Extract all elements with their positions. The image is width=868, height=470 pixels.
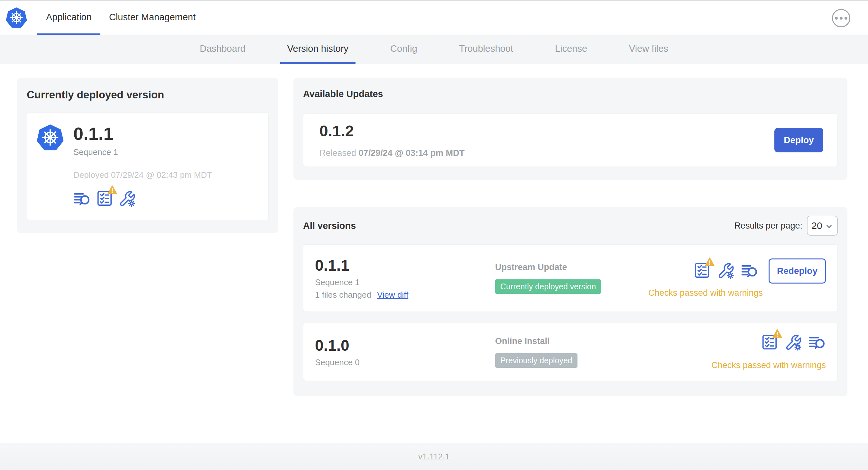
currently-deployed-card: Currently deployed version 0.1.1 Sequenc… — [17, 78, 278, 233]
version-source-label: Online Install — [495, 336, 711, 346]
released-label: Released — [319, 148, 356, 158]
files-changed-label: 1 files changed — [315, 290, 371, 300]
kubernetes-logo — [6, 7, 27, 29]
ellipsis-icon — [840, 17, 843, 20]
deployed-version-number: 0.1.1 — [73, 125, 212, 143]
all-versions-card: All versions Results per page: 20 0.1.1 … — [293, 207, 847, 396]
row-sequence: Sequence 0 — [315, 358, 495, 367]
warning-icon — [705, 257, 715, 267]
view-diff-link[interactable]: View diff — [377, 290, 408, 300]
row-version-number: 0.1.1 — [315, 257, 495, 274]
tab-dashboard[interactable]: Dashboard — [193, 35, 253, 64]
config-icon[interactable] — [717, 262, 735, 280]
update-version-number: 0.1.2 — [319, 122, 465, 140]
diff-icon[interactable] — [73, 190, 91, 208]
warning-icon — [772, 329, 782, 339]
deployed-sequence: Sequence 1 — [73, 147, 212, 157]
version-source-label: Upstream Update — [495, 262, 648, 272]
tab-license[interactable]: License — [548, 35, 594, 64]
deployed-version-actions — [73, 190, 212, 208]
deploy-button[interactable]: Deploy — [774, 128, 823, 153]
app-footer: v1.112.1 — [0, 443, 868, 470]
tab-config[interactable]: Config — [383, 35, 424, 64]
all-versions-title: All versions — [303, 221, 356, 231]
header-tabs: Application Cluster Management — [37, 1, 204, 35]
diff-icon[interactable] — [808, 334, 826, 351]
chevron-down-icon — [825, 222, 833, 231]
app-header: Application Cluster Management — [0, 1, 868, 35]
ellipsis-menu-button[interactable] — [832, 9, 850, 27]
warning-icon — [107, 185, 117, 195]
released-date: 07/29/24 @ 03:14 pm MDT — [359, 148, 465, 158]
status-badge: Previously deployed — [495, 353, 578, 368]
tab-application[interactable]: Application — [37, 1, 100, 35]
ellipsis-icon — [835, 17, 838, 20]
redeploy-button[interactable]: Redeploy — [769, 259, 826, 283]
update-row: 0.1.2 Released 07/29/24 @ 03:14 pm MDT D… — [303, 113, 838, 167]
tab-troubleshoot[interactable]: Troubleshoot — [452, 35, 520, 64]
checks-status-link[interactable]: Checks passed with warnings — [711, 360, 826, 370]
row-version-number: 0.1.0 — [315, 337, 495, 354]
available-updates-title: Available Updates — [303, 89, 838, 99]
results-per-page: Results per page: 20 — [734, 216, 838, 236]
ellipsis-icon — [844, 17, 847, 20]
version-row: 0.1.0 Sequence 0 Online Install Previous… — [303, 323, 838, 381]
currently-deployed-title: Currently deployed version — [27, 89, 269, 101]
preflight-checks-button[interactable] — [693, 262, 711, 280]
kubernetes-logo — [37, 125, 64, 152]
update-released-timestamp: Released 07/29/24 @ 03:14 pm MDT — [319, 148, 465, 158]
main-content: Currently deployed version 0.1.1 Sequenc… — [0, 64, 868, 443]
all-versions-header: All versions Results per page: 20 — [303, 215, 838, 236]
deployed-version-tile: 0.1.1 Sequence 1 Deployed 07/29/24 @ 02:… — [27, 112, 269, 220]
preflight-checks-button[interactable] — [96, 190, 113, 208]
config-icon[interactable] — [118, 190, 136, 208]
app-subnav: Dashboard Version history Config Trouble… — [0, 35, 868, 64]
deployed-timestamp: Deployed 07/29/24 @ 02:43 pm MDT — [73, 170, 212, 180]
row-sequence: Sequence 1 — [315, 277, 495, 288]
console-version: v1.112.1 — [418, 452, 450, 462]
tab-view-files[interactable]: View files — [622, 35, 675, 64]
status-badge: Currently deployed version — [495, 279, 601, 294]
diff-icon[interactable] — [741, 262, 758, 280]
config-icon[interactable] — [785, 334, 802, 351]
available-updates-card: Available Updates 0.1.2 Released 07/29/2… — [293, 78, 847, 180]
results-per-page-select[interactable]: 20 — [807, 216, 838, 236]
right-column: Available Updates 0.1.2 Released 07/29/2… — [293, 78, 847, 396]
checks-status-link[interactable]: Checks passed with warnings — [648, 288, 763, 298]
preflight-checks-button[interactable] — [761, 333, 778, 352]
results-per-page-label: Results per page: — [734, 221, 802, 231]
version-row: 0.1.1 Sequence 1 1 files changed View di… — [303, 244, 838, 312]
results-per-page-value: 20 — [811, 220, 822, 231]
tab-cluster-management[interactable]: Cluster Management — [100, 1, 204, 35]
tab-version-history[interactable]: Version history — [280, 35, 355, 64]
